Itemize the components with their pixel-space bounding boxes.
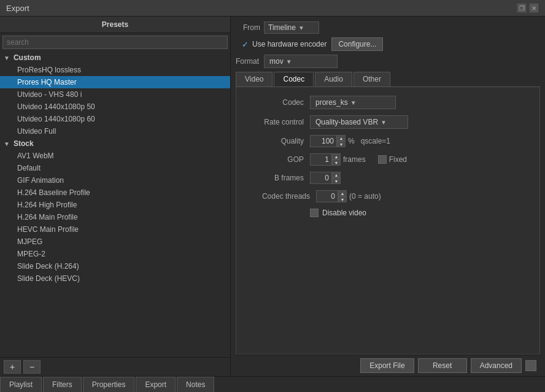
advanced-button[interactable]: Advanced	[471, 358, 522, 373]
tab-other[interactable]: Other	[354, 72, 390, 86]
fixed-label: Fixed	[389, 155, 407, 164]
qscale-label: qscale=1	[361, 137, 390, 145]
gop-spinner-buttons: ▲ ▼	[332, 153, 341, 166]
tab-properties[interactable]: Properties	[83, 377, 135, 392]
left-panel: Presets ▼ Custom ProResHQ lossless Prore…	[0, 17, 231, 376]
disable-video-checkbox[interactable]	[310, 209, 319, 217]
triangle-icon: ▼	[4, 55, 10, 61]
from-dropdown[interactable]: Timeline ▼	[264, 21, 319, 34]
format-dropdown[interactable]: mov ▼	[264, 55, 338, 68]
export-file-button[interactable]: Export File	[360, 358, 414, 373]
codec-panel: Codec prores_ks ▼ Rate control Quality-b…	[236, 87, 540, 355]
tab-codec[interactable]: Codec	[274, 72, 314, 86]
bframes-spinner: ▲ ▼	[310, 172, 341, 184]
list-item[interactable]: GIF Animation	[0, 174, 230, 186]
list-item[interactable]: Utvideo Full	[0, 125, 230, 137]
codec-threads-spinner: ▲ ▼ (0 = auto)	[316, 190, 381, 202]
app-window: Export ❐ ✕ Presets ▼ Custom ProResHQ los…	[0, 0, 545, 392]
disable-video-label: Disable video	[322, 209, 366, 217]
quality-row: Quality ▲ ▼ % qscale=1	[249, 135, 527, 147]
main-content: Presets ▼ Custom ProResHQ lossless Prore…	[0, 17, 545, 376]
quality-down-button[interactable]: ▼	[337, 141, 346, 147]
list-item[interactable]: H.264 Baseline Profile	[0, 186, 230, 199]
list-item[interactable]: Prores HQ Master	[0, 76, 230, 88]
full-bottom-tabs: Playlist Filters Properties Export Notes	[0, 376, 545, 392]
bframes-input[interactable]	[310, 172, 332, 184]
rate-control-value: Quality-based VBR	[315, 118, 378, 126]
gop-label: GOP	[249, 155, 304, 164]
reset-button[interactable]: Reset	[418, 358, 467, 373]
quality-up-button[interactable]: ▲	[337, 135, 346, 141]
list-item[interactable]: Utvideo - VHS 480 i	[0, 88, 230, 101]
list-item[interactable]: Default	[0, 162, 230, 174]
bottom-action-bar: Export File Reset Advanced	[236, 355, 540, 376]
search-input[interactable]	[2, 36, 228, 49]
gop-down-button[interactable]: ▼	[332, 159, 341, 166]
fixed-checkbox-wrapper: Fixed	[378, 155, 407, 164]
codec-tabs: Video Codec Audio Other	[236, 72, 540, 87]
codec-threads-up-button[interactable]: ▲	[338, 190, 347, 196]
list-item[interactable]: H.264 Main Profile	[0, 211, 230, 223]
tab-audio[interactable]: Audio	[315, 72, 352, 86]
rate-control-label: Rate control	[249, 118, 304, 126]
quality-input[interactable]	[310, 135, 337, 147]
from-row: From Timeline ▼	[236, 21, 540, 34]
codec-threads-down-button[interactable]: ▼	[338, 196, 347, 202]
disable-video-row: Disable video	[249, 209, 527, 217]
add-button[interactable]: +	[4, 360, 21, 374]
auto-label: (0 = auto)	[349, 192, 381, 201]
group-custom[interactable]: ▼ Custom	[0, 52, 230, 64]
list-item[interactable]: H.264 High Profile	[0, 199, 230, 211]
list-item[interactable]: MPEG-2	[0, 248, 230, 260]
list-item[interactable]: Utvideo 1440x1080p 50	[0, 101, 230, 113]
close-button[interactable]: ✕	[529, 3, 539, 13]
rate-control-row: Rate control Quality-based VBR ▼	[249, 115, 527, 129]
presets-list: ▼ Custom ProResHQ lossless Prores HQ Mas…	[0, 52, 230, 357]
gop-up-button[interactable]: ▲	[332, 153, 341, 159]
codec-value: prores_ks	[315, 98, 348, 107]
hardware-encoder-label: Use hardware encoder	[252, 40, 327, 48]
search-box	[0, 33, 230, 52]
format-label: Format	[236, 57, 259, 66]
gop-row: GOP ▲ ▼ frames Fixed	[249, 153, 527, 166]
triangle-icon: ▼	[4, 140, 10, 147]
tab-export[interactable]: Export	[136, 377, 176, 392]
list-item[interactable]: AV1 WebM	[0, 150, 230, 162]
bframes-down-button[interactable]: ▼	[332, 178, 341, 184]
format-row: Format mov ▼	[236, 55, 540, 68]
rate-control-dropdown[interactable]: Quality-based VBR ▼	[310, 115, 408, 129]
gop-input[interactable]	[310, 153, 332, 166]
list-item[interactable]: ProResHQ lossless	[0, 64, 230, 76]
bframes-row: B frames ▲ ▼	[249, 172, 527, 184]
bframes-spinner-buttons: ▲ ▼	[332, 172, 341, 184]
tab-filters[interactable]: Filters	[43, 377, 82, 392]
tab-video[interactable]: Video	[236, 72, 272, 86]
group-label-custom: Custom	[14, 53, 41, 62]
bframes-up-button[interactable]: ▲	[332, 172, 341, 178]
codec-row: Codec prores_ks ▼	[249, 96, 527, 109]
list-item[interactable]: MJPEG	[0, 236, 230, 248]
from-value: Timeline	[268, 23, 296, 32]
format-value: mov	[269, 57, 284, 66]
list-item[interactable]: Slide Deck (H.264)	[0, 260, 230, 272]
left-bottom-toolbar: + −	[0, 357, 230, 376]
codec-arrow-icon: ▼	[350, 99, 357, 106]
fixed-checkbox[interactable]	[378, 155, 387, 164]
tab-notes[interactable]: Notes	[177, 377, 214, 392]
from-label: From	[236, 23, 260, 32]
configure-button[interactable]: Configure...	[331, 37, 383, 51]
format-arrow-icon: ▼	[286, 58, 292, 65]
dropdown-arrow-icon: ▼	[298, 25, 304, 31]
gop-spinner: ▲ ▼ frames	[310, 153, 366, 166]
quality-label: Quality	[249, 137, 304, 145]
list-item[interactable]: Slide Deck (HEVC)	[0, 272, 230, 285]
remove-button[interactable]: −	[23, 360, 41, 374]
group-stock[interactable]: ▼ Stock	[0, 137, 230, 150]
tab-playlist[interactable]: Playlist	[0, 377, 42, 392]
list-item[interactable]: Utvideo 1440x1080p 60	[0, 113, 230, 125]
list-item[interactable]: HEVC Main Profile	[0, 223, 230, 236]
codec-dropdown[interactable]: prores_ks ▼	[310, 96, 396, 109]
restore-button[interactable]: ❐	[517, 3, 527, 13]
group-label-stock: Stock	[14, 139, 34, 148]
codec-threads-input[interactable]	[316, 190, 338, 202]
